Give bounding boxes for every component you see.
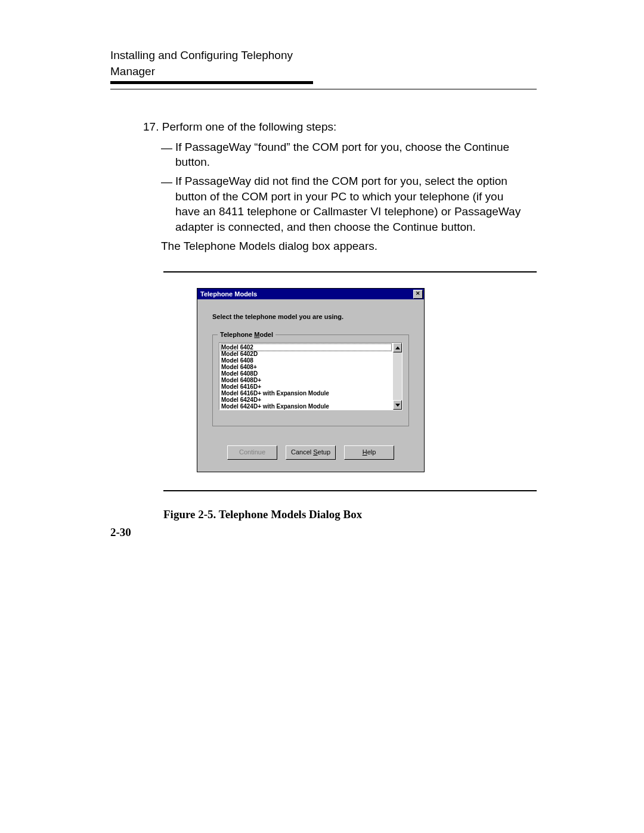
scrollbar[interactable] <box>393 343 402 410</box>
button-row: Continue Cancel Setup Help <box>212 445 409 460</box>
sub-list: — If PassageWay “found” the COM port for… <box>143 140 537 235</box>
telephone-model-group: Telephone Model Model 6402 Model 6402D M… <box>212 335 409 426</box>
group-label: Telephone Model <box>218 330 275 339</box>
figure-caption: Figure 2-5. Telephone Models Dialog Box <box>163 507 537 522</box>
list-items[interactable]: Model 6402 Model 6402D Model 6408 Model … <box>219 343 393 410</box>
list-item[interactable]: Model 6416D+ with Expansion Module <box>221 390 391 397</box>
list-item[interactable]: Model 6408 <box>221 357 391 364</box>
figure-bottom-rule <box>163 490 537 491</box>
header-underline-bar <box>110 81 313 84</box>
scroll-down-icon[interactable] <box>393 400 402 410</box>
followup-text: The Telephone Models dialog box appears. <box>143 239 537 254</box>
list-item[interactable]: Model 6408D+ <box>221 377 391 383</box>
step-17: 17. Perform one of the following steps: <box>143 119 537 135</box>
body-content: 17. Perform one of the following steps: … <box>110 119 537 522</box>
scroll-up-icon[interactable] <box>393 343 402 352</box>
step-text: Perform one of the following steps: <box>162 120 337 133</box>
header-title: Installing and Configuring Telephony Man… <box>110 48 313 79</box>
list-item[interactable]: Model 6408+ <box>221 364 391 370</box>
list-item[interactable]: Model 6402 <box>221 344 391 351</box>
list-item[interactable]: Model 6424D+ <box>221 397 391 403</box>
page-header: Installing and Configuring Telephony Man… <box>110 48 537 84</box>
bullet-a-text: If PassageWay “found” the COM port for y… <box>175 141 509 169</box>
titlebar-text: Telephone Models <box>199 290 413 299</box>
list-item[interactable]: Model 6402D <box>221 351 391 357</box>
bullet-a: — If PassageWay “found” the COM port for… <box>161 140 531 170</box>
close-icon[interactable]: ✕ <box>413 290 423 299</box>
list-item[interactable]: Model 6408D <box>221 370 391 377</box>
figure-top-rule <box>163 271 537 272</box>
step-number: 17. <box>143 120 159 133</box>
page-number: 2-30 <box>110 526 131 539</box>
cancel-setup-button[interactable]: Cancel Setup <box>286 445 336 460</box>
bullet-b: — If PassageWay did not find the COM por… <box>161 174 531 235</box>
scroll-track[interactable] <box>393 352 402 400</box>
list-item[interactable]: Model 6424D+ with Expansion Module <box>221 403 391 410</box>
list-item[interactable]: Model 6416D+ <box>221 383 391 390</box>
bullet-b-text: If PassageWay did not find the COM port … <box>175 175 521 233</box>
continue-button: Continue <box>227 445 277 460</box>
dialog-body: Select the telephone model you are using… <box>197 299 424 472</box>
dash-icon: — <box>161 140 172 156</box>
help-button[interactable]: Help <box>344 445 394 460</box>
telephone-models-dialog: Telephone Models ✕ Select the telephone … <box>197 288 425 472</box>
titlebar: Telephone Models ✕ <box>197 289 424 299</box>
dialog-instruction: Select the telephone model you are using… <box>212 312 409 321</box>
header-divider <box>110 89 537 89</box>
model-listbox[interactable]: Model 6402 Model 6402D Model 6408 Model … <box>219 342 402 410</box>
dash-icon: — <box>161 174 172 190</box>
